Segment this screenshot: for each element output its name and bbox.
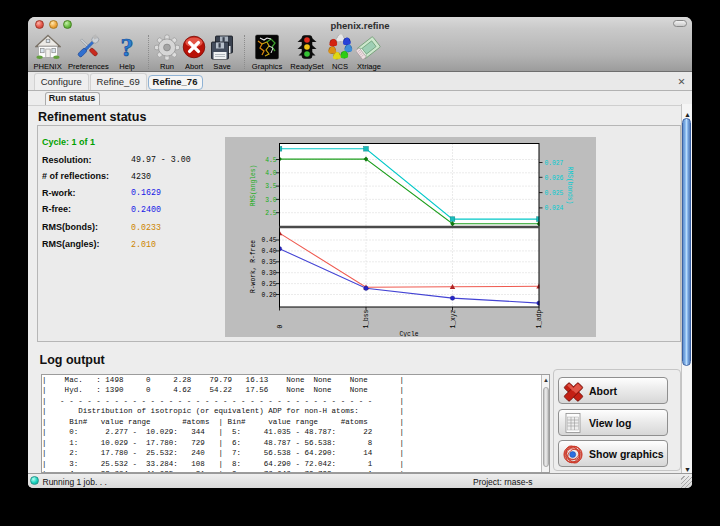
svg-text:1_xyz: 1_xyz bbox=[449, 309, 456, 328]
svg-text:0.026: 0.026 bbox=[544, 174, 563, 181]
svg-text:RMS(angles): RMS(angles) bbox=[250, 164, 257, 206]
svg-text:0.20: 0.20 bbox=[261, 291, 276, 298]
svg-text:0.45: 0.45 bbox=[261, 237, 276, 244]
svg-text:3.0: 3.0 bbox=[265, 196, 277, 203]
svg-text:0.35: 0.35 bbox=[261, 259, 276, 266]
svg-text:4.0: 4.0 bbox=[265, 170, 277, 177]
svg-text:0.40: 0.40 bbox=[261, 248, 276, 255]
svg-text:1_bss: 1_bss bbox=[363, 309, 370, 328]
svg-text:1_adp: 1_adp bbox=[536, 309, 543, 328]
svg-text:0.25: 0.25 bbox=[261, 280, 276, 287]
svg-text:3.5: 3.5 bbox=[265, 183, 277, 190]
svg-text:Cycle: Cycle bbox=[399, 330, 418, 337]
svg-text:0.027: 0.027 bbox=[544, 159, 563, 166]
svg-text:4.5: 4.5 bbox=[265, 156, 277, 163]
svg-text:RMS(bonds): RMS(bonds) bbox=[565, 166, 572, 204]
svg-text:R-work, R-free: R-work, R-free bbox=[250, 239, 257, 292]
svg-text:2.5: 2.5 bbox=[265, 209, 277, 216]
svg-text:?: ? bbox=[121, 34, 134, 61]
svg-text:0.30: 0.30 bbox=[261, 269, 276, 276]
svg-text:0.024: 0.024 bbox=[544, 205, 563, 212]
svg-text:0: 0 bbox=[276, 324, 283, 328]
svg-text:0.025: 0.025 bbox=[544, 189, 563, 196]
